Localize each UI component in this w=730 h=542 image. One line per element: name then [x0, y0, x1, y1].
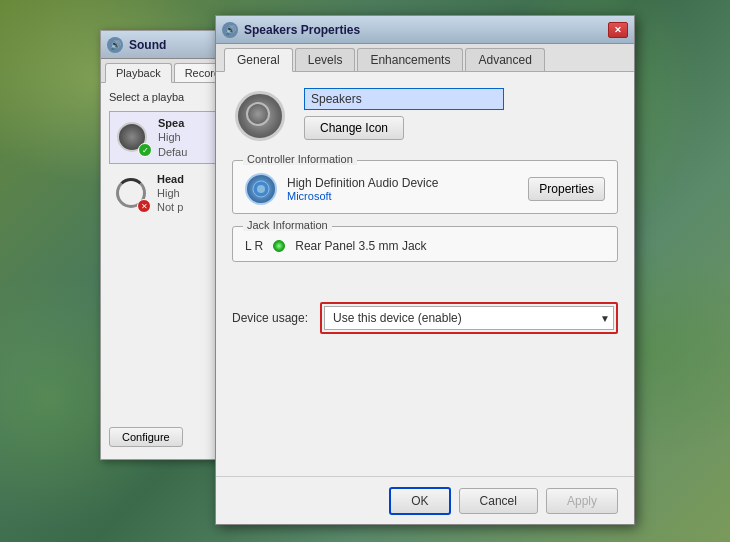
headphone-icon: ✕ [113, 175, 149, 211]
red-x-badge: ✕ [137, 199, 151, 213]
device-usage-row: Device usage: Use this device (enable) D… [232, 302, 618, 334]
jack-info-label: Jack Information [243, 219, 332, 231]
tab-levels[interactable]: Levels [295, 48, 356, 71]
speakers-tabs: General Levels Enhancements Advanced [216, 44, 634, 72]
change-icon-button[interactable]: Change Icon [304, 116, 404, 140]
controller-vendor: Microsoft [287, 190, 438, 202]
speakers-body: Change Icon Controller Information High … [216, 72, 634, 290]
speaker-big-circle-icon [235, 91, 285, 141]
apply-button[interactable]: Apply [546, 488, 618, 514]
lr-label: L R [245, 239, 263, 253]
general-header: Change Icon [232, 88, 618, 144]
speakers-titlebar-icon: 🔊 [222, 22, 238, 38]
speaker-big-icon [232, 88, 288, 144]
controller-row: High Definition Audio Device Microsoft P… [245, 173, 605, 205]
speaker-device-info: Spea High Defau [158, 116, 187, 159]
device-usage-select-inner: Use this device (enable) Don't use this … [324, 306, 614, 330]
configure-button[interactable]: Configure [109, 427, 183, 447]
speaker-name: Spea [158, 116, 187, 130]
cancel-button[interactable]: Cancel [459, 488, 538, 514]
speakers-close-button[interactable]: ✕ [608, 22, 628, 38]
device-usage-select[interactable]: Use this device (enable) Don't use this … [324, 306, 614, 330]
tab-playback[interactable]: Playback [105, 63, 172, 83]
controller-icon [245, 173, 277, 205]
device-usage-label: Device usage: [232, 311, 308, 325]
headphone-status: Not p [157, 200, 184, 214]
controller-info-label: Controller Information [243, 153, 357, 165]
speaker-status: Defau [158, 145, 187, 159]
green-dot-indicator [273, 240, 285, 252]
jack-info-group: Jack Information L R Rear Panel 3.5 mm J… [232, 226, 618, 262]
controller-name: High Definition Audio Device [287, 176, 438, 190]
sound-titlebar-icon: 🔊 [107, 37, 123, 53]
tab-general[interactable]: General [224, 48, 293, 72]
device-name-input[interactable] [304, 88, 504, 110]
device-usage-select-wrapper: Use this device (enable) Don't use this … [320, 302, 618, 334]
controller-info: High Definition Audio Device Microsoft [287, 176, 438, 202]
green-check-badge: ✓ [138, 143, 152, 157]
speaker-icon: ✓ [114, 119, 150, 155]
headphone-name: Head [157, 172, 184, 186]
dialog-footer: OK Cancel Apply [216, 476, 634, 524]
controller-left: High Definition Audio Device Microsoft [245, 173, 438, 205]
speakers-dialog: 🔊 Speakers Properties ✕ General Levels E… [215, 15, 635, 525]
speakers-titlebar: 🔊 Speakers Properties ✕ [216, 16, 634, 44]
jack-name: Rear Panel 3.5 mm Jack [295, 239, 426, 253]
svg-point-1 [257, 185, 265, 193]
headphone-device-info: Head High Not p [157, 172, 184, 215]
tab-enhancements[interactable]: Enhancements [357, 48, 463, 71]
general-name-area: Change Icon [304, 88, 504, 140]
ok-button[interactable]: OK [389, 487, 450, 515]
controller-info-group: Controller Information High Definition A… [232, 160, 618, 214]
headphone-type: High [157, 186, 184, 200]
tab-advanced[interactable]: Advanced [465, 48, 544, 71]
configure-area: Configure [109, 427, 183, 447]
speakers-dialog-title: Speakers Properties [244, 23, 608, 37]
speaker-type: High [158, 130, 187, 144]
jack-row: L R Rear Panel 3.5 mm Jack [245, 239, 605, 253]
properties-button[interactable]: Properties [528, 177, 605, 201]
